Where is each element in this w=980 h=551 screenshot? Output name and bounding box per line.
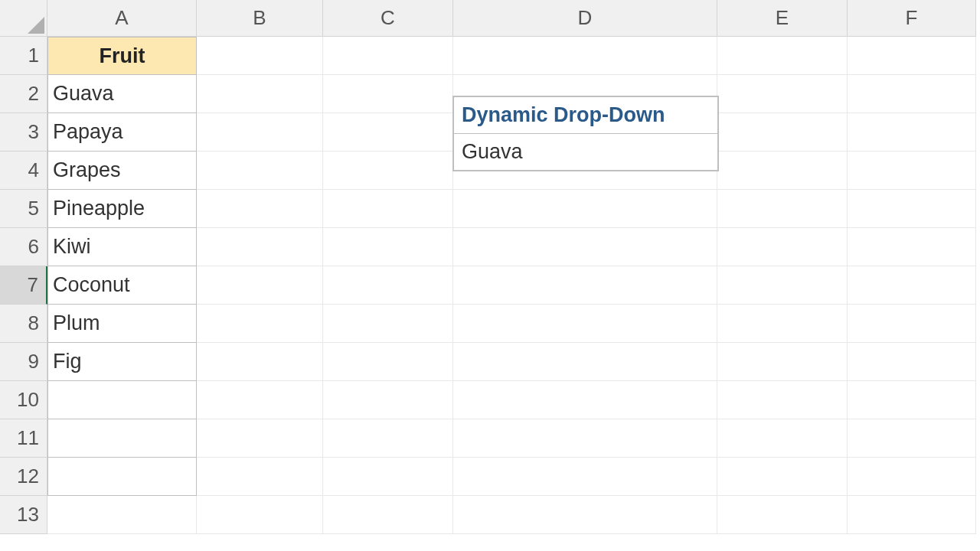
cell-C5[interactable] [323, 190, 453, 228]
row-headers: 1 2 3 4 5 6 7 8 9 10 11 12 13 [0, 37, 47, 534]
cell-C7[interactable] [323, 266, 453, 305]
cell-C9[interactable] [323, 343, 453, 381]
cell-D1[interactable] [453, 37, 717, 75]
cell-A5[interactable]: Pineapple [47, 190, 197, 228]
cell-D7[interactable] [453, 266, 717, 305]
col-header-B[interactable]: B [197, 0, 323, 37]
cell-B12[interactable] [197, 458, 323, 496]
column-headers: A B C D E F [47, 0, 976, 37]
cell-E3[interactable] [717, 113, 848, 152]
cell-A12[interactable] [47, 458, 197, 496]
cell-B7[interactable] [197, 266, 323, 305]
cell-B10[interactable] [197, 381, 323, 419]
cell-C1[interactable] [323, 37, 453, 75]
cell-B5[interactable] [197, 190, 323, 228]
cell-B2[interactable] [197, 75, 323, 113]
cell-A3[interactable]: Papaya [47, 113, 197, 152]
cell-E6[interactable] [717, 228, 848, 266]
col-header-F[interactable]: F [848, 0, 976, 37]
cell-C13[interactable] [323, 496, 453, 534]
row-header-13[interactable]: 13 [0, 496, 47, 534]
row-header-3[interactable]: 3 [0, 113, 47, 152]
cell-A11[interactable] [47, 419, 197, 458]
cell-A9[interactable]: Fig [47, 343, 197, 381]
cell-E8[interactable] [717, 305, 848, 343]
col-header-E[interactable]: E [717, 0, 848, 37]
cell-E4[interactable] [717, 152, 848, 190]
row-header-9[interactable]: 9 [0, 343, 47, 381]
cell-B1[interactable] [197, 37, 323, 75]
dropdown-selected-value[interactable]: Guava [454, 134, 717, 170]
cell-F7[interactable] [848, 266, 976, 305]
cell-C8[interactable] [323, 305, 453, 343]
cell-F12[interactable] [848, 458, 976, 496]
cell-B11[interactable] [197, 419, 323, 458]
cell-C11[interactable] [323, 419, 453, 458]
col-header-A[interactable]: A [47, 0, 197, 37]
cell-F10[interactable] [848, 381, 976, 419]
dynamic-dropdown-box: Dynamic Drop-Down Guava [452, 96, 719, 171]
cell-F6[interactable] [848, 228, 976, 266]
cell-A10[interactable] [47, 381, 197, 419]
cell-B4[interactable] [197, 152, 323, 190]
cell-D13[interactable] [453, 496, 717, 534]
cell-D11[interactable] [453, 419, 717, 458]
cell-F5[interactable] [848, 190, 976, 228]
cell-D9[interactable] [453, 343, 717, 381]
cell-F9[interactable] [848, 343, 976, 381]
cell-A7[interactable]: Coconut [47, 266, 197, 305]
cell-E7[interactable] [717, 266, 848, 305]
cell-F1[interactable] [848, 37, 976, 75]
cell-E2[interactable] [717, 75, 848, 113]
cell-E11[interactable] [717, 419, 848, 458]
cell-E1[interactable] [717, 37, 848, 75]
row-header-7[interactable]: 7 [0, 266, 47, 305]
cell-F4[interactable] [848, 152, 976, 190]
cell-A2[interactable]: Guava [47, 75, 197, 113]
cell-A8[interactable]: Plum [47, 305, 197, 343]
row-header-2[interactable]: 2 [0, 75, 47, 113]
row-header-12[interactable]: 12 [0, 458, 47, 496]
col-header-D[interactable]: D [453, 0, 717, 37]
cell-E13[interactable] [717, 496, 848, 534]
col-header-C[interactable]: C [323, 0, 453, 37]
cell-C3[interactable] [323, 113, 453, 152]
cell-E12[interactable] [717, 458, 848, 496]
cell-F11[interactable] [848, 419, 976, 458]
row-header-8[interactable]: 8 [0, 305, 47, 343]
row-header-11[interactable]: 11 [0, 419, 47, 458]
cell-F3[interactable] [848, 113, 976, 152]
cell-B8[interactable] [197, 305, 323, 343]
select-all-corner[interactable] [0, 0, 47, 37]
cell-C12[interactable] [323, 458, 453, 496]
cell-B13[interactable] [197, 496, 323, 534]
cell-B9[interactable] [197, 343, 323, 381]
cell-A13[interactable] [47, 496, 197, 534]
cell-D10[interactable] [453, 381, 717, 419]
cell-D12[interactable] [453, 458, 717, 496]
cell-C10[interactable] [323, 381, 453, 419]
cell-E10[interactable] [717, 381, 848, 419]
row-header-10[interactable]: 10 [0, 381, 47, 419]
cell-A4[interactable]: Grapes [47, 152, 197, 190]
row-header-6[interactable]: 6 [0, 228, 47, 266]
cell-E5[interactable] [717, 190, 848, 228]
cell-D5[interactable] [453, 190, 717, 228]
row-header-4[interactable]: 4 [0, 152, 47, 190]
cell-D8[interactable] [453, 305, 717, 343]
cell-C4[interactable] [323, 152, 453, 190]
cell-A1-header[interactable]: Fruit [47, 37, 197, 75]
cell-D6[interactable] [453, 228, 717, 266]
cell-F13[interactable] [848, 496, 976, 534]
cell-C2[interactable] [323, 75, 453, 113]
cell-C6[interactable] [323, 228, 453, 266]
cell-B6[interactable] [197, 228, 323, 266]
cell-F2[interactable] [848, 75, 976, 113]
cell-E9[interactable] [717, 343, 848, 381]
row-header-1[interactable]: 1 [0, 37, 47, 75]
row-header-5[interactable]: 5 [0, 190, 47, 228]
cell-A6[interactable]: Kiwi [47, 228, 197, 266]
cell-F8[interactable] [848, 305, 976, 343]
dropdown-title: Dynamic Drop-Down [454, 97, 717, 134]
cell-B3[interactable] [197, 113, 323, 152]
